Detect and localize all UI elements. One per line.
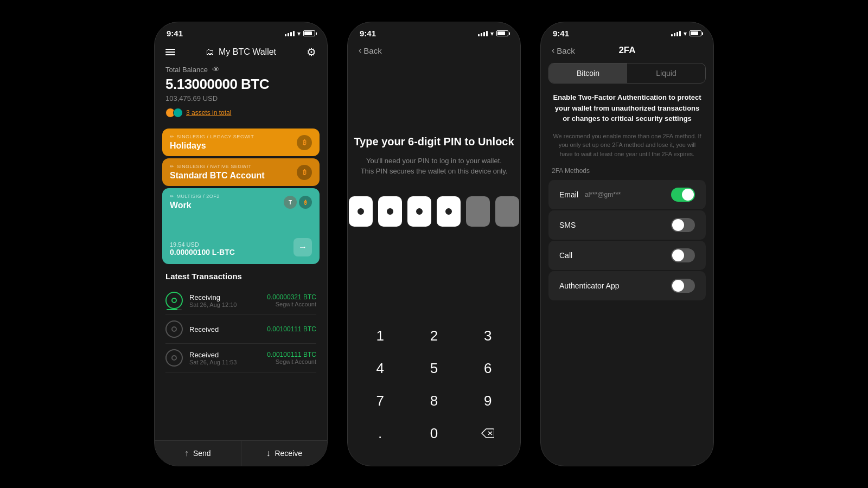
- send-button[interactable]: ↑ Send: [155, 441, 241, 466]
- toggle-knob-email: [682, 189, 694, 201]
- wallet-title-wrap: 🗂 My BTC Wallet: [206, 47, 276, 57]
- pin-dot-5: [466, 196, 490, 227]
- transactions-title: Latest Transactions: [165, 272, 316, 281]
- assets-link[interactable]: 3 assets in total: [186, 109, 231, 117]
- signal-icon: [285, 31, 295, 36]
- time-1: 9:41: [167, 29, 183, 38]
- toggle-knob-call: [672, 249, 684, 261]
- account-card-holidays[interactable]: ✏ SINGLESIG / LEGACY SEGWIT Holidays ₿: [162, 129, 320, 156]
- method-call-left: Call: [559, 251, 572, 260]
- account-card-work[interactable]: ✏ MULTISIG / 2OF2 Work T ₿ 19.54 USD 0.0…: [162, 188, 320, 264]
- back-nav-3[interactable]: ‹ Back: [552, 46, 575, 55]
- numpad-6[interactable]: 6: [461, 352, 515, 384]
- numpad-dot[interactable]: .: [353, 417, 407, 450]
- numpad-1[interactable]: 1: [353, 319, 407, 352]
- send-label: Send: [193, 449, 211, 458]
- menu-icon[interactable]: [165, 49, 175, 55]
- toggle-knob-sms: [672, 219, 684, 231]
- card-name-standard: Standard BTC Account: [170, 171, 265, 180]
- numpad-7[interactable]: 7: [353, 384, 407, 417]
- numpad-5[interactable]: 5: [407, 352, 461, 384]
- numpad-2[interactable]: 2: [407, 319, 461, 352]
- balance-section: Total Balance 👁 5.13000000 BTC 103,475.6…: [155, 65, 327, 129]
- tx-type-1: Received: [189, 325, 260, 333]
- numpad: 1 2 3 4 5 6 7 8 9 . 0: [348, 319, 520, 466]
- status-bar-2: 9:41 ▾: [348, 22, 520, 41]
- tx-item-1[interactable]: Received 0.00100111 BTC: [165, 315, 316, 344]
- card-type-holidays: ✏ SINGLESIG / LEGACY SEGWIT: [170, 134, 312, 139]
- toggle-sms[interactable]: [671, 218, 695, 232]
- tab-liquid[interactable]: Liquid: [627, 63, 705, 83]
- pin-dot-4: [437, 196, 461, 227]
- twofa-content: ‹ Back 2FA Bitcoin Liquid Enable Two-Fac…: [541, 41, 713, 466]
- wifi-icon-3: ▾: [684, 30, 687, 37]
- asset-icons: [165, 108, 183, 118]
- card-name-work: Work: [170, 201, 192, 210]
- numpad-4[interactable]: 4: [353, 352, 407, 384]
- tx-icon-1: [165, 320, 183, 338]
- numpad-9[interactable]: 9: [461, 384, 515, 417]
- method-email-name: Email: [559, 190, 578, 199]
- settings-icon[interactable]: ⚙: [307, 46, 316, 59]
- method-email-left: Email al***@gm***: [559, 190, 621, 199]
- status-icons-2: ▾: [478, 30, 508, 37]
- accounts-list: ✏ SINGLESIG / LEGACY SEGWIT Holidays ₿ ✏…: [155, 129, 327, 264]
- card-arrow-work[interactable]: →: [293, 238, 312, 256]
- twofa-phone: 9:41 ▾ ‹ Back 2FA: [540, 22, 714, 466]
- tx-info-0: Receiving Sat 26, Aug 12:10: [189, 293, 260, 308]
- receive-button[interactable]: ↓ Receive: [241, 441, 328, 466]
- tx-type-0: Receiving: [189, 293, 260, 301]
- status-icons-3: ▾: [671, 30, 701, 37]
- method-sms-left: SMS: [559, 221, 576, 229]
- numpad-0[interactable]: 0: [407, 417, 461, 450]
- back-nav-2[interactable]: ‹ Back: [348, 41, 393, 64]
- toggle-auth[interactable]: [671, 279, 695, 293]
- tx-type-2: Received: [189, 351, 260, 359]
- tx-amount-wrap-2: 0.00100111 BTC Segwit Account: [267, 351, 316, 365]
- tx-account-0: Segwit Account: [267, 301, 316, 307]
- tab-bitcoin[interactable]: Bitcoin: [549, 63, 627, 83]
- method-sms: SMS: [548, 210, 706, 240]
- wallet-title: My BTC Wallet: [219, 47, 276, 57]
- pin-dot-2: [378, 196, 402, 227]
- pin-title: Type your 6-digit PIN to Unlock: [354, 136, 514, 148]
- assets-badge[interactable]: 3 assets in total: [165, 108, 231, 118]
- tx-amount-2: 0.00100111 BTC: [267, 351, 316, 358]
- wifi-icon-2: ▾: [490, 30, 494, 37]
- tx-info-2: Received Sat 26, Aug 11:53: [189, 351, 260, 365]
- method-sms-name: SMS: [559, 221, 576, 229]
- tx-item-2[interactable]: Received Sat 26, Aug 11:53 0.00100111 BT…: [165, 344, 316, 373]
- badge-b: ₿: [299, 196, 312, 209]
- method-call-name: Call: [559, 251, 572, 260]
- numpad-3[interactable]: 3: [461, 319, 515, 352]
- status-bar-3: 9:41 ▾: [541, 22, 713, 41]
- card-badges-work: T ₿: [284, 196, 312, 209]
- tx-date-0: Sat 26, Aug 12:10: [189, 301, 260, 308]
- pin-subtitle: You'll need your PIN to log in to your w…: [361, 156, 508, 177]
- pin-prompt: Type your 6-digit PIN to Unlock You'll n…: [347, 64, 521, 319]
- balance-usd: 103,475.69 USD: [165, 94, 316, 102]
- toggle-call[interactable]: [671, 248, 695, 262]
- wallet-header: 🗂 My BTC Wallet ⚙: [155, 41, 327, 65]
- back-label-2: Back: [363, 46, 381, 55]
- tx-amount-1: 0.00100111 BTC: [267, 325, 316, 333]
- pin-dots: [349, 196, 519, 227]
- work-btc: 0.00000100 L-BTC: [170, 248, 312, 256]
- eye-icon[interactable]: 👁: [212, 65, 220, 74]
- battery-icon: [303, 30, 315, 36]
- method-auth-left: Authenticator App: [559, 281, 620, 290]
- numpad-delete[interactable]: [461, 417, 515, 450]
- numpad-8[interactable]: 8: [407, 384, 461, 417]
- pin-content: ‹ Back Type your 6-digit PIN to Unlock Y…: [348, 41, 520, 466]
- pin-dot-3: [407, 196, 431, 227]
- toggle-email[interactable]: [671, 188, 695, 202]
- account-card-standard[interactable]: ✏ SINGLESIG / NATIVE SEGWIT Standard BTC…: [162, 158, 320, 186]
- back-label-3: Back: [557, 46, 575, 55]
- tx-date-2: Sat 26, Aug 11:53: [189, 359, 260, 365]
- method-auth-name: Authenticator App: [559, 281, 620, 290]
- wallet-phone: 9:41 ▾: [154, 22, 328, 466]
- method-email: Email al***@gm***: [548, 180, 706, 209]
- btc-badge-standard: ₿: [297, 165, 312, 180]
- tx-item-0[interactable]: Receiving Sat 26, Aug 12:10 0.00000321 B…: [165, 286, 316, 315]
- time-3: 9:41: [553, 29, 569, 38]
